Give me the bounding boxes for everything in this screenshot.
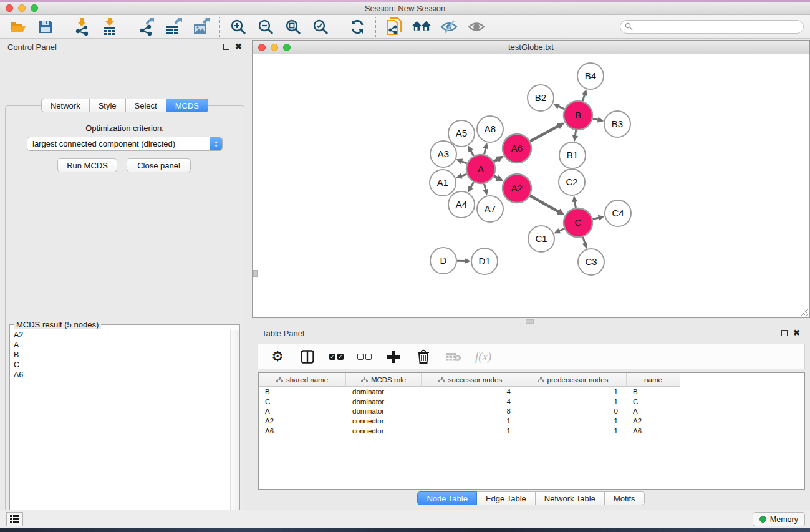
memory-button[interactable]: Memory — [753, 512, 805, 526]
export-network-icon[interactable] — [137, 17, 156, 36]
column-view-icon[interactable] — [299, 349, 316, 365]
graph-node-B3[interactable]: B3 — [604, 111, 630, 137]
show-details-icon[interactable] — [467, 17, 486, 36]
import-table-icon[interactable] — [100, 17, 119, 36]
graph-node-A7[interactable]: A7 — [477, 196, 503, 222]
search-field[interactable] — [620, 20, 804, 34]
table-row[interactable]: A6connector11A6 — [259, 426, 804, 436]
result-item[interactable]: A6 — [14, 370, 230, 380]
dropdown-stepper-icon: ▲▼ — [210, 137, 222, 150]
edge-A-A4 — [471, 182, 474, 188]
save-session-icon[interactable] — [36, 17, 55, 36]
graph-node-A[interactable]: A — [466, 155, 495, 183]
graph-node-B4[interactable]: B4 — [577, 63, 604, 89]
graph-node-D1[interactable]: D1 — [471, 248, 498, 274]
graph-node-A5[interactable]: A5 — [448, 120, 475, 147]
import-network-icon[interactable] — [73, 17, 92, 36]
table-row[interactable]: Cdominator41C — [259, 397, 804, 407]
export-table-icon[interactable] — [165, 17, 183, 36]
function-builder-icon[interactable]: f(x) — [475, 350, 491, 364]
select-all-icon[interactable]: ✓✓ — [329, 354, 344, 360]
open-file-icon[interactable] — [9, 17, 27, 36]
result-item[interactable]: A2 — [14, 330, 230, 340]
export-image-icon[interactable] — [192, 17, 211, 36]
result-item[interactable]: A — [14, 340, 230, 350]
graph-node-A4[interactable]: A4 — [448, 191, 475, 218]
hide-details-icon[interactable] — [440, 17, 458, 36]
tab-select[interactable]: Select — [126, 99, 166, 112]
cell: A6 — [259, 427, 346, 435]
zoom-fit-icon[interactable] — [284, 17, 302, 36]
graph-node-B[interactable]: B — [564, 101, 592, 130]
table-settings-gear-icon[interactable]: ⚙ — [269, 349, 286, 365]
zoom-out-icon[interactable] — [256, 17, 275, 36]
network-window-titlebar[interactable]: testGlobe.txt — [253, 41, 809, 54]
graph-node-B1[interactable]: B1 — [559, 142, 586, 168]
add-column-icon[interactable] — [385, 349, 402, 365]
tab-node-table[interactable]: Node Table — [417, 491, 477, 505]
cell: 1 — [519, 427, 627, 435]
tab-edge-table[interactable]: Edge Table — [477, 491, 536, 505]
canvas-left-grip[interactable] — [253, 270, 258, 277]
tab-mcds[interactable]: MCDS — [166, 99, 208, 112]
tab-network-table[interactable]: Network Table — [536, 491, 605, 505]
close-panel-icon[interactable]: ✖ — [235, 44, 242, 50]
cell: B — [627, 388, 680, 395]
run-mcds-button[interactable]: Run MCDS — [57, 158, 117, 172]
search-input[interactable] — [635, 22, 803, 31]
window-resize-grip[interactable] — [800, 308, 808, 316]
table-row[interactable]: Bdominator41B — [259, 387, 804, 397]
home-icon[interactable] — [412, 17, 431, 36]
table-row[interactable]: A2connector11A2 — [259, 416, 804, 426]
graph-node-A2[interactable]: A2 — [503, 174, 531, 203]
tab-motifs[interactable]: Motifs — [605, 491, 645, 505]
table-float-icon[interactable] — [781, 330, 788, 336]
float-panel-icon[interactable] — [223, 44, 229, 50]
graph-node-B2[interactable]: B2 — [528, 85, 554, 111]
arrowhead — [598, 215, 605, 221]
optimization-criterion-select[interactable]: largest connected component (directed) ▲… — [27, 137, 223, 151]
graph-node-A8[interactable]: A8 — [477, 116, 503, 142]
cell: C — [259, 398, 346, 405]
mcds-result-list[interactable]: A2ABCA6 — [11, 330, 230, 532]
graph-node-D[interactable]: D — [430, 248, 456, 274]
result-scrollbar[interactable] — [230, 330, 239, 532]
task-history-button[interactable] — [6, 512, 23, 526]
delete-table-icon[interactable] — [445, 349, 461, 365]
result-item[interactable]: C — [14, 360, 230, 370]
cell: 1 — [422, 417, 519, 425]
graph-node-A3[interactable]: A3 — [430, 141, 456, 167]
column-header-name[interactable]: name — [627, 373, 680, 387]
delete-icon[interactable] — [415, 349, 432, 365]
graph-node-A1[interactable]: A1 — [430, 170, 456, 196]
column-header-shared-name[interactable]: shared name — [259, 373, 346, 387]
table-row[interactable]: Adominator80A — [259, 407, 804, 417]
network-canvas[interactable]: B4B2BB3A5A8A6B1A3AC2A1A2A4A7C4CC1C3DD1 — [253, 54, 809, 317]
cell: A2 — [627, 417, 680, 425]
network-from-file-icon[interactable] — [385, 17, 403, 36]
graph-node-C[interactable]: C — [564, 208, 592, 237]
tab-style[interactable]: Style — [90, 99, 126, 112]
table-close-icon[interactable]: ✖ — [793, 330, 800, 336]
zoom-in-icon[interactable] — [229, 17, 248, 36]
edge-C-C3 — [583, 237, 586, 244]
canvas-bottom-grip[interactable] — [526, 319, 534, 324]
result-item[interactable]: B — [14, 350, 230, 360]
column-header-predecessor-nodes[interactable]: predecessor nodes — [519, 373, 627, 387]
graph-node-C4[interactable]: C4 — [605, 200, 631, 226]
edge-C-C2 — [575, 201, 576, 208]
tab-network[interactable]: Network — [41, 99, 90, 112]
deselect-all-icon[interactable] — [357, 354, 372, 360]
graph-node-C2[interactable]: C2 — [559, 169, 585, 195]
graph-node-C1[interactable]: C1 — [528, 226, 554, 252]
zoom-selected-icon[interactable] — [311, 17, 330, 36]
refresh-icon[interactable] — [348, 17, 367, 36]
graph-node-A6[interactable]: A6 — [503, 134, 531, 163]
column-header-MCDS-role[interactable]: MCDS role — [346, 373, 422, 387]
graph-node-C3[interactable]: C3 — [578, 249, 604, 275]
svg-text:A3: A3 — [438, 148, 449, 159]
search-icon — [625, 22, 633, 31]
cell: connector — [346, 427, 422, 435]
close-panel-button[interactable]: Close panel — [127, 158, 191, 172]
column-header-successor-nodes[interactable]: successor nodes — [422, 373, 519, 387]
